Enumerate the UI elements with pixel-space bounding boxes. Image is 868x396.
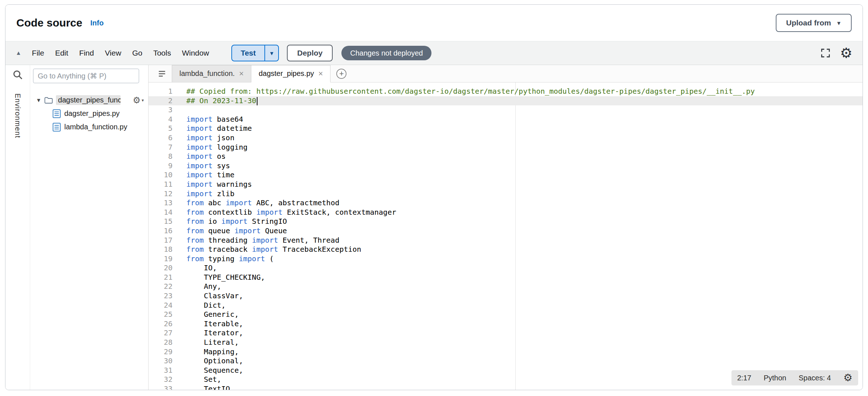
tree-settings-gear-icon[interactable]: ⚙▾ — [133, 95, 144, 105]
code-line[interactable]: 26 Iterable, — [149, 319, 863, 329]
code-text[interactable]: import os — [180, 152, 863, 161]
code-line[interactable]: 29 Mapping, — [149, 347, 863, 357]
deploy-button[interactable]: Deploy — [287, 45, 333, 61]
code-text[interactable]: import base64 — [180, 115, 863, 124]
code-line[interactable]: 30 Optional, — [149, 356, 863, 366]
editor-settings-gear-icon[interactable]: ⚙ — [843, 373, 852, 383]
code-line[interactable]: 23 ClassVar, — [149, 291, 863, 301]
line-number: 18 — [149, 245, 180, 254]
code-line[interactable]: 3 — [149, 105, 863, 115]
code-text[interactable]: from threading import Event, Thread — [180, 236, 863, 245]
tree-folder-row[interactable]: ▼ dagster_pipes_funct ⚙▾ — [30, 93, 148, 107]
code-text[interactable]: Mapping, — [180, 347, 863, 357]
code-line[interactable]: 15from io import StringIO — [149, 217, 863, 226]
code-line[interactable]: 17from threading import Event, Thread — [149, 236, 863, 245]
collapse-panel-icon[interactable]: ▲ — [16, 50, 21, 56]
code-line[interactable]: 10import time — [149, 170, 863, 180]
code-line[interactable]: 20 IO, — [149, 263, 863, 273]
code-line[interactable]: 27 Iterator, — [149, 328, 863, 338]
code-line[interactable]: 28 Literal, — [149, 338, 863, 347]
tree-file-row[interactable]: dagster_pipes.py — [30, 107, 148, 120]
code-text[interactable]: Dict, — [180, 301, 863, 310]
line-number: 8 — [149, 152, 180, 161]
code-text[interactable]: from contextlib import ExitStack, contex… — [180, 208, 863, 217]
file-tree: ▼ dagster_pipes_funct ⚙▾ dagster_pipes.p… — [30, 93, 148, 134]
code-text[interactable]: import logging — [180, 143, 863, 152]
line-number: 4 — [149, 115, 180, 124]
code-line[interactable]: 8import os — [149, 152, 863, 161]
code-line[interactable]: 6import json — [149, 133, 863, 143]
disclosure-triangle-icon[interactable]: ▼ — [36, 97, 41, 103]
menu-item-tools[interactable]: Tools — [148, 49, 177, 57]
code-text[interactable]: from abc import ABC, abstractmethod — [180, 198, 863, 208]
code-line[interactable]: 21 TYPE_CHECKING, — [149, 273, 863, 282]
settings-gear-icon[interactable]: ⚙ — [840, 46, 852, 60]
search-icon[interactable] — [12, 69, 23, 80]
code-text[interactable]: Optional, — [180, 356, 863, 366]
code-line[interactable]: 7import logging — [149, 143, 863, 152]
code-editor[interactable]: 1## Copied from: https://raw.githubuserc… — [149, 82, 863, 390]
code-line[interactable]: 2## On 2023-11-30 — [149, 96, 863, 106]
close-icon[interactable]: × — [319, 70, 323, 78]
code-line[interactable]: 13from abc import ABC, abstractmethod — [149, 198, 863, 208]
code-line[interactable]: 18from traceback import TracebackExcepti… — [149, 245, 863, 254]
code-line[interactable]: 5import datetime — [149, 124, 863, 133]
tab-list-icon[interactable] — [157, 69, 167, 78]
code-text[interactable]: Iterator, — [180, 328, 863, 338]
code-line[interactable]: 4import base64 — [149, 115, 863, 124]
code-line[interactable]: 16from queue import Queue — [149, 226, 863, 236]
close-icon[interactable]: × — [239, 70, 244, 78]
tree-file-row[interactable]: lambda_function.py — [30, 120, 148, 134]
environment-tab[interactable]: Environment — [13, 93, 22, 138]
code-text[interactable]: from io import StringIO — [180, 217, 863, 226]
code-line[interactable]: 19from typing import ( — [149, 254, 863, 264]
language-mode[interactable]: Python — [764, 374, 786, 382]
code-text[interactable]: Iterable, — [180, 319, 863, 329]
code-text[interactable]: import sys — [180, 161, 863, 171]
code-line[interactable]: 11import warnings — [149, 180, 863, 189]
code-text[interactable]: from typing import ( — [180, 254, 863, 264]
code-text[interactable]: Any, — [180, 282, 863, 291]
code-text[interactable]: IO, — [180, 263, 863, 273]
fullscreen-icon[interactable] — [820, 48, 831, 58]
code-line[interactable]: 12import zlib — [149, 189, 863, 199]
menu-item-view[interactable]: View — [100, 49, 127, 57]
code-text[interactable]: import time — [180, 170, 863, 180]
code-text[interactable]: ## Copied from: https://raw.githubuserco… — [180, 87, 863, 96]
spaces-setting[interactable]: Spaces: 4 — [799, 374, 831, 382]
code-text[interactable]: import json — [180, 133, 863, 143]
code-text[interactable]: ## On 2023-11-30 — [180, 96, 863, 106]
code-line[interactable]: 24 Dict, — [149, 301, 863, 310]
code-text[interactable]: from traceback import TracebackException — [180, 245, 863, 254]
test-button[interactable]: Test — [232, 45, 265, 61]
code-line[interactable]: 22 Any, — [149, 282, 863, 291]
code-text[interactable]: from queue import Queue — [180, 226, 863, 236]
code-line[interactable]: 1## Copied from: https://raw.githubuserc… — [149, 87, 863, 96]
test-dropdown-button[interactable]: ▼ — [264, 45, 278, 61]
menu-item-go[interactable]: Go — [127, 49, 148, 57]
code-line[interactable]: 14from contextlib import ExitStack, cont… — [149, 208, 863, 217]
upload-from-button[interactable]: Upload from ▼ — [776, 14, 852, 32]
code-text[interactable]: Literal, — [180, 338, 863, 347]
code-text[interactable]: ClassVar, — [180, 291, 863, 301]
info-link[interactable]: Info — [90, 19, 104, 27]
file-explorer: ▼ dagster_pipes_funct ⚙▾ dagster_pipes.p… — [30, 65, 149, 390]
tab-dagster-pipes-py[interactable]: dagster_pipes.py× — [251, 65, 330, 82]
code-text[interactable]: import warnings — [180, 180, 863, 189]
code-line[interactable]: 9import sys — [149, 161, 863, 171]
line-number: 11 — [149, 180, 180, 189]
code-text[interactable]: import datetime — [180, 124, 863, 133]
menu-item-find[interactable]: Find — [74, 49, 100, 57]
new-tab-icon[interactable]: + — [336, 69, 346, 79]
menu-item-file[interactable]: File — [27, 49, 50, 57]
goto-anything-input[interactable] — [33, 69, 139, 83]
code-text[interactable]: import zlib — [180, 189, 863, 199]
cursor-position[interactable]: 2:17 — [737, 374, 751, 382]
menu-item-edit[interactable]: Edit — [50, 49, 74, 57]
tab-lambda-function-[interactable]: lambda_function.× — [172, 65, 251, 82]
code-text[interactable]: TYPE_CHECKING, — [180, 273, 863, 282]
menu-item-window[interactable]: Window — [177, 49, 215, 57]
code-text[interactable]: Generic, — [180, 310, 863, 319]
code-text[interactable] — [180, 105, 863, 115]
code-line[interactable]: 25 Generic, — [149, 310, 863, 319]
